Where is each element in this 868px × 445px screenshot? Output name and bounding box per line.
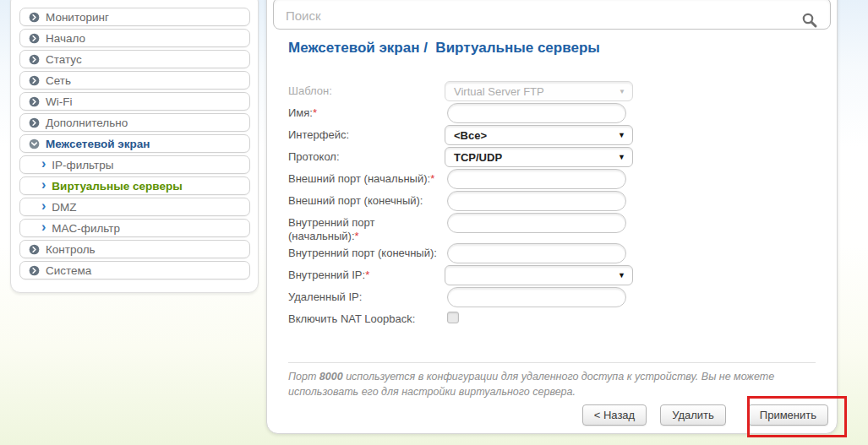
required-asterisk: * [365, 269, 369, 281]
sidebar-item-firewall[interactable]: Межсетевой экран [19, 134, 250, 153]
delete-button[interactable]: Удалить [660, 404, 726, 426]
sidebar-item-label: Виртуальные серверы [52, 180, 182, 193]
sidebar-item-monitoring[interactable]: Мониторинг [19, 8, 250, 26]
chevron-right-icon: › [41, 157, 46, 171]
sidebar-menu: МониторингНачалоСтатусСетьWi-FiДополните… [19, 8, 250, 279]
sidebar-item-dmz[interactable]: ›DMZ [19, 198, 250, 216]
remote-ip-input[interactable] [447, 287, 626, 307]
required-asterisk: * [313, 106, 317, 119]
sidebar-item-ip-filters[interactable]: ›IP-фильтры [19, 155, 250, 174]
private-port-start-label: Внутренний порт (начальный):* [288, 213, 445, 243]
sidebar-item-network[interactable]: Сеть [19, 71, 250, 90]
remote-ip-label: Удаленный IP: [288, 287, 445, 304]
footer-buttons: < НазадУдалитьПрименить [582, 404, 828, 426]
main-panel: Межсетевой экран / Виртуальные серверы Ш… [266, 0, 838, 434]
public-port-end-label: Внешний порт (конечный): [288, 191, 445, 208]
apply-button[interactable]: Применить [748, 404, 828, 426]
sidebar-item-home[interactable]: Начало [19, 29, 250, 47]
interface-selected-value: <Все> [454, 129, 487, 142]
sidebar-item-label: Начало [46, 32, 85, 45]
interface-label: Интерфейс: [288, 125, 445, 142]
sidebar: МониторингНачалоСтатусСетьWi-FiДополните… [10, 0, 259, 293]
sidebar-item-mac-filter[interactable]: ›MAC-фильтр [19, 219, 250, 237]
chevron-right-circle-icon [29, 33, 40, 44]
dropdown-caret-icon: ▼ [619, 88, 625, 95]
chevron-right-circle-icon [29, 12, 40, 23]
sidebar-item-label: MAC-фильтр [52, 222, 120, 235]
form-row-public-port-start: Внешний порт (начальный):* [288, 169, 660, 191]
note-lead: Порт [288, 371, 316, 383]
sidebar-item-label: Статус [46, 53, 82, 66]
sidebar-item-label: Система [46, 264, 91, 277]
form-row-private-port-end: Внутренний порт (конечный): [288, 243, 660, 265]
form-row-template: Шаблон:Virtual Server FTP▼ [288, 81, 660, 103]
template-select: Virtual Server FTP▼ [445, 81, 633, 101]
chevron-right-circle-icon [29, 265, 40, 276]
form-row-name: Имя:* [288, 103, 660, 125]
chevron-right-circle-icon [29, 244, 40, 255]
chevron-right-icon: › [41, 220, 46, 234]
sidebar-item-status[interactable]: Статус [19, 50, 250, 68]
form-row-nat-loopback: Включить NAT Loopback: [288, 309, 660, 329]
sidebar-item-control[interactable]: Контроль [19, 240, 250, 258]
sidebar-item-label: Контроль [46, 243, 96, 256]
sidebar-item-advanced[interactable]: Дополнительно [19, 113, 250, 132]
dropdown-caret-icon: ▼ [618, 131, 625, 139]
protocol-select[interactable]: TCP/UDP▼ [445, 147, 633, 167]
sidebar-item-virtual-servers[interactable]: ›Виртуальные серверы [19, 176, 250, 195]
form-row-interface: Интерфейс:<Все>▼ [288, 125, 660, 147]
form-row-private-port-start: Внутренний порт (начальный):* [288, 213, 660, 243]
name-label: Имя:* [288, 103, 445, 120]
private-port-end-label: Внутренний порт (конечный): [288, 243, 445, 260]
public-port-start-input[interactable] [447, 169, 626, 189]
public-port-end-input[interactable] [447, 191, 626, 211]
required-asterisk: * [430, 172, 434, 185]
note-text: Порт 8000 используется в конфигурации дл… [288, 369, 812, 399]
dropdown-caret-icon: ▼ [618, 153, 625, 161]
chevron-right-icon: › [41, 178, 46, 192]
nat-loopback-checkbox[interactable] [447, 312, 459, 323]
form-row-private-ip: Внутренний IP:*▼ [288, 265, 660, 287]
virtual-server-form: Шаблон:Virtual Server FTP▼Имя:*Интерфейс… [288, 81, 660, 329]
nat-loopback-label: Включить NAT Loopback: [288, 309, 445, 326]
search-input[interactable] [284, 5, 796, 25]
search-box[interactable] [273, 0, 831, 30]
sidebar-item-label: Межсетевой экран [46, 138, 150, 150]
sidebar-item-label: DMZ [52, 201, 76, 214]
form-row-public-port-end: Внешний порт (конечный): [288, 191, 660, 213]
sidebar-item-wifi[interactable]: Wi-Fi [19, 92, 250, 111]
divider [288, 362, 816, 363]
note-line1: используется в конфигурации для удаленно… [346, 371, 774, 383]
page-title: Межсетевой экран / Виртуальные серверы [288, 40, 600, 57]
chevron-right-icon: › [41, 199, 46, 213]
note-port-number: 8000 [319, 371, 343, 383]
dropdown-caret-icon: ▼ [618, 271, 625, 279]
template-label: Шаблон: [288, 81, 445, 98]
required-asterisk: * [355, 230, 359, 242]
sidebar-item-system[interactable]: Система [19, 261, 250, 279]
chevron-down-circle-icon [29, 138, 40, 149]
chevron-right-circle-icon [29, 117, 40, 128]
form-row-remote-ip: Удаленный IP: [288, 287, 660, 309]
search-icon[interactable] [801, 12, 818, 29]
protocol-selected-value: TCP/UDP [454, 151, 502, 164]
private-ip-select[interactable]: ▼ [445, 265, 633, 285]
sidebar-item-label: IP-фильтры [52, 159, 113, 171]
back-button[interactable]: < Назад [582, 404, 647, 426]
sidebar-item-label: Мониторинг [46, 11, 109, 24]
sidebar-item-label: Сеть [46, 74, 71, 87]
private-ip-label: Внутренний IP:* [288, 265, 445, 282]
template-selected-value: Virtual Server FTP [454, 85, 544, 98]
interface-select[interactable]: <Все>▼ [445, 125, 633, 145]
protocol-label: Протокол: [288, 147, 445, 164]
private-port-end-input[interactable] [447, 243, 626, 263]
chevron-right-circle-icon [29, 75, 40, 86]
sidebar-item-label: Дополнительно [46, 117, 128, 129]
private-port-start-input[interactable] [447, 213, 626, 233]
public-port-start-label: Внешний порт (начальный):* [288, 169, 445, 186]
chevron-right-circle-icon [29, 96, 40, 107]
note-line2: использовать его для настройки виртуальн… [288, 386, 576, 398]
chevron-right-circle-icon [29, 54, 40, 65]
form-row-protocol: Протокол:TCP/UDP▼ [288, 147, 660, 169]
name-input[interactable] [447, 103, 626, 123]
